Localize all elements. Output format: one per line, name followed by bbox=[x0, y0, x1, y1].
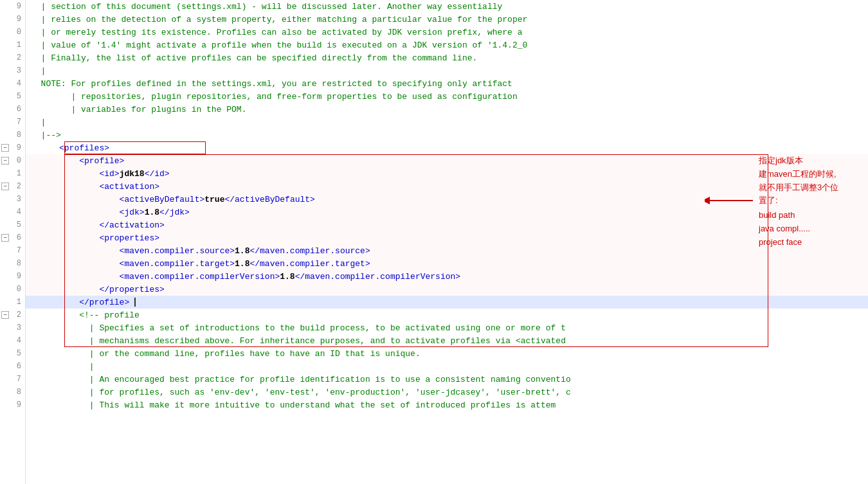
line-num-8[interactable]: 5 bbox=[0, 90, 25, 103]
code-line-25: <!-- profile bbox=[26, 309, 868, 321]
line-num-12[interactable]: − 9 bbox=[0, 141, 25, 154]
line-num-23[interactable]: 0 bbox=[0, 283, 25, 296]
code-text-11: |--> bbox=[31, 130, 61, 140]
code-line-4: | value of '1.4' might activate a profil… bbox=[26, 39, 868, 51]
code-text-29: | bbox=[59, 362, 95, 372]
code-text-32: | This will make it more intuitive to un… bbox=[59, 400, 556, 410]
code-text-6: | bbox=[31, 66, 46, 76]
code-line-1: | section of this document (settings.xml… bbox=[26, 0, 868, 13]
code-line-31: | for profiles, such as 'env-dev', 'env-… bbox=[26, 386, 868, 399]
collapse-profiles[interactable]: − bbox=[1, 144, 9, 152]
tag-id: <id>jdk18</id> bbox=[59, 169, 170, 179]
code-line-7: NOTE: For profiles defined in the settin… bbox=[26, 77, 868, 90]
line-num-27[interactable]: 4 bbox=[0, 334, 25, 347]
collapse-properties[interactable]: − bbox=[1, 234, 9, 242]
tag-compiler-target: <maven.compiler.target>1.8</maven.compil… bbox=[59, 259, 370, 269]
code-line-12: <profiles> bbox=[26, 141, 868, 154]
annotation-line-1: 指定jdk版本 建maven工程的时候, 就不用手工调整3个位 置了: bbox=[759, 154, 868, 208]
line-num-19[interactable]: − 6 bbox=[0, 231, 25, 244]
line-num-7[interactable]: 4 bbox=[0, 77, 25, 90]
code-line-28: | or the command line, profiles have to … bbox=[26, 347, 868, 360]
line-num-32[interactable]: 9 bbox=[0, 399, 25, 411]
line-num-22[interactable]: 9 bbox=[0, 270, 25, 283]
line-num-20[interactable]: 7 bbox=[0, 244, 25, 257]
annotation-arrow bbox=[705, 193, 756, 208]
tag-profiles-open: <profiles> bbox=[59, 143, 109, 153]
annotation-area: 指定jdk版本 建maven工程的时候, 就不用手工调整3个位 置了: buil… bbox=[705, 154, 868, 249]
line-num-9[interactable]: 6 bbox=[0, 103, 25, 116]
line-num-14[interactable]: 1 bbox=[0, 167, 25, 180]
code-line-8: | repositories, plugin repositories, and… bbox=[26, 90, 868, 103]
tag-profile-close: </profile> bbox=[59, 298, 136, 307]
tag-properties-open: <properties> bbox=[59, 233, 159, 243]
code-text-7: NOTE: For profiles defined in the settin… bbox=[31, 79, 512, 89]
line-num-17[interactable]: 4 bbox=[0, 206, 25, 219]
line-num-11[interactable]: 8 bbox=[0, 129, 25, 141]
tag-jdk: <jdk>1.8</jdk> bbox=[59, 208, 190, 217]
code-text-8: | repositories, plugin repositories, and… bbox=[31, 92, 518, 102]
annotation-text: 指定jdk版本 建maven工程的时候, 就不用手工调整3个位 置了: buil… bbox=[759, 154, 868, 249]
code-line-23: </properties> bbox=[26, 283, 868, 296]
tag-properties-close: </properties> bbox=[59, 285, 165, 294]
code-text-1: | section of this document (settings.xml… bbox=[31, 2, 502, 12]
tag-compiler-version: <maven.compiler.compilerVersion>1.8</mav… bbox=[59, 272, 460, 282]
code-line-21: <maven.compiler.target>1.8</maven.compil… bbox=[26, 257, 868, 270]
line-num-10[interactable]: 7 bbox=[0, 116, 25, 129]
code-text-comment-profile: <!-- profile bbox=[59, 310, 140, 320]
collapse-profile[interactable]: − bbox=[1, 157, 9, 165]
code-text-27: | mechanisms described above. For inheri… bbox=[59, 336, 566, 346]
line-num-31[interactable]: 8 bbox=[0, 386, 25, 399]
line-num-2[interactable]: 9 bbox=[0, 13, 25, 26]
arrow-svg bbox=[705, 193, 756, 208]
code-text-31: | for profiles, such as 'env-dev', 'env-… bbox=[59, 388, 571, 397]
editor-container: 9 9 0 1 2 3 4 5 6 7 8 − 9 − 0 1 − 2 3 4 … bbox=[0, 0, 868, 484]
line-num-25[interactable]: − 2 bbox=[0, 309, 25, 321]
code-line-3: | or merely testing its existence. Profi… bbox=[26, 26, 868, 39]
code-text-5: | Finally, the list of active profiles c… bbox=[31, 53, 477, 63]
line-num-16[interactable]: 3 bbox=[0, 193, 25, 206]
collapse-activation[interactable]: − bbox=[1, 183, 9, 190]
code-line-10: | bbox=[26, 116, 868, 129]
line-num-30[interactable]: 7 bbox=[0, 373, 25, 386]
tag-active-by-default: <activeByDefault>true</activeByDefault> bbox=[59, 195, 315, 204]
line-num-15[interactable]: − 2 bbox=[0, 180, 25, 193]
code-line-24: </profile> bbox=[26, 296, 868, 309]
code-text-30: | An encouraged best practice for profil… bbox=[59, 375, 571, 384]
code-line-9: | variables for plugins in the POM. bbox=[26, 103, 868, 116]
code-text-10: | bbox=[31, 118, 46, 127]
annotation-item-2: java compl..... bbox=[759, 222, 868, 236]
code-line-32: | This will make it more intuitive to un… bbox=[26, 399, 868, 411]
line-numbers: 9 9 0 1 2 3 4 5 6 7 8 − 9 − 0 1 − 2 3 4 … bbox=[0, 0, 26, 484]
code-line-11: |--> bbox=[26, 129, 868, 141]
line-num-18[interactable]: 5 bbox=[0, 219, 25, 231]
code-text-2: | relies on the detection of a system pr… bbox=[31, 15, 527, 24]
code-text-9: | variables for plugins in the POM. bbox=[31, 105, 246, 114]
tag-activation-open: <activation> bbox=[59, 182, 159, 192]
code-line-22: <maven.compiler.compilerVersion>1.8</mav… bbox=[26, 270, 868, 283]
line-num-4[interactable]: 1 bbox=[0, 39, 25, 51]
code-text-28: | or the command line, profiles have to … bbox=[59, 349, 420, 359]
line-num-5[interactable]: 2 bbox=[0, 51, 25, 64]
code-text-4: | value of '1.4' might activate a profil… bbox=[31, 40, 527, 50]
code-line-29: | bbox=[26, 360, 868, 373]
annotation-items: build path java compl..... project face bbox=[759, 209, 868, 249]
tag-compiler-source: <maven.compiler.source>1.8</maven.compil… bbox=[59, 246, 370, 256]
line-num-29[interactable]: 6 bbox=[0, 360, 25, 373]
line-num-13[interactable]: − 0 bbox=[0, 154, 25, 167]
collapse-comment-profile[interactable]: − bbox=[1, 311, 9, 319]
line-num-6[interactable]: 3 bbox=[0, 64, 25, 77]
line-num-26[interactable]: 3 bbox=[0, 321, 25, 334]
code-line-30: | An encouraged best practice for profil… bbox=[26, 373, 868, 386]
annotation-item-1: build path bbox=[759, 209, 868, 222]
code-line-5: | Finally, the list of active profiles c… bbox=[26, 51, 868, 64]
code-content: | section of this document (settings.xml… bbox=[26, 0, 868, 484]
line-num-24[interactable]: 1 bbox=[0, 296, 25, 309]
line-num-3[interactable]: 0 bbox=[0, 26, 25, 39]
annotation-item-3: project face bbox=[759, 236, 868, 249]
line-num-21[interactable]: 8 bbox=[0, 257, 25, 270]
line-num-28[interactable]: 5 bbox=[0, 347, 25, 360]
tag-activation-close: </activation> bbox=[59, 220, 165, 230]
line-num-1[interactable]: 9 bbox=[0, 0, 25, 13]
tag-profile-open: <profile> bbox=[59, 156, 124, 166]
code-line-2: | relies on the detection of a system pr… bbox=[26, 13, 868, 26]
